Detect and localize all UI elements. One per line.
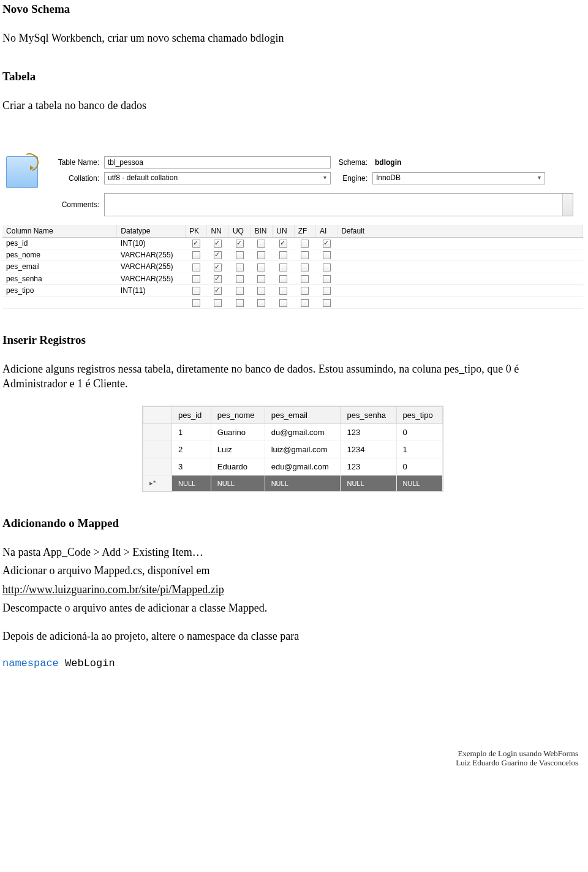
label-engine: Engine:: [336, 174, 368, 183]
cell-id[interactable]: 1: [172, 424, 211, 441]
checkbox[interactable]: [236, 263, 244, 271]
checkbox[interactable]: [192, 251, 200, 259]
cell-default[interactable]: [337, 261, 583, 273]
data-row[interactable]: 2Luizluiz@gmail.com12341: [143, 441, 443, 458]
code-namespace: namespace WebLogin: [2, 658, 583, 669]
checkbox[interactable]: [323, 299, 331, 307]
checkbox[interactable]: [236, 299, 244, 307]
cell-datatype[interactable]: VARCHAR(255): [117, 261, 186, 273]
cell-default[interactable]: [337, 284, 583, 296]
cell-nome[interactable]: Guarino: [211, 424, 265, 441]
cell-datatype[interactable]: VARCHAR(255): [117, 273, 186, 284]
checkbox[interactable]: [236, 240, 244, 248]
text-tabela-desc: Criar a tabela no banco de dados: [2, 98, 583, 113]
checkbox[interactable]: [257, 240, 265, 248]
checkbox[interactable]: [323, 287, 331, 295]
label-comments: Comments:: [49, 200, 99, 209]
checkbox[interactable]: [323, 263, 331, 271]
cell-tipo[interactable]: 0: [396, 458, 443, 476]
cell-colname[interactable]: pes_nome: [2, 249, 117, 260]
checkbox[interactable]: [279, 299, 287, 307]
heading-mapped: Adicionando o Mapped: [2, 517, 583, 530]
cell-datatype[interactable]: VARCHAR(255): [117, 249, 186, 260]
grid-gutter-header: [143, 407, 172, 424]
checkbox[interactable]: [257, 299, 265, 307]
checkbox[interactable]: [301, 240, 309, 248]
cell-tipo[interactable]: 0: [396, 424, 443, 441]
checkbox[interactable]: [301, 263, 309, 271]
col-header-name: Column Name: [2, 225, 117, 238]
checkbox[interactable]: [323, 251, 331, 259]
input-table-name[interactable]: [104, 156, 331, 169]
text-mapped-4: Depois de adicioná-la ao projeto, altere…: [2, 629, 583, 643]
data-row[interactable]: 3Eduardoedu@gmail.com1230: [143, 458, 443, 476]
checkbox[interactable]: [279, 287, 287, 295]
checkbox[interactable]: [236, 275, 244, 283]
checkbox[interactable]: [301, 275, 309, 283]
checkbox[interactable]: [214, 299, 222, 307]
checkbox[interactable]: [192, 275, 200, 283]
checkbox[interactable]: [279, 275, 287, 283]
checkbox[interactable]: [257, 251, 265, 259]
cell-email[interactable]: luiz@gmail.com: [265, 441, 341, 458]
col-header-ai: AI: [316, 225, 337, 238]
cell-nome[interactable]: Eduardo: [211, 458, 265, 476]
checkbox[interactable]: [323, 275, 331, 283]
cell-senha[interactable]: 123: [341, 424, 396, 441]
checkbox[interactable]: [257, 263, 265, 271]
checkbox[interactable]: [279, 263, 287, 271]
cell-id[interactable]: 2: [172, 441, 211, 458]
grid-header-tipo: pes_tipo: [396, 407, 443, 424]
data-row-null[interactable]: NULLNULLNULLNULLNULL: [143, 476, 443, 491]
checkbox[interactable]: [192, 287, 200, 295]
heading-inserir: Inserir Registros: [2, 333, 583, 347]
cell-tipo[interactable]: 1: [396, 441, 443, 458]
checkbox[interactable]: [214, 240, 222, 248]
checkbox[interactable]: [301, 287, 309, 295]
checkbox[interactable]: [192, 240, 200, 248]
cell-email[interactable]: du@gmail.com: [265, 424, 341, 441]
select-engine[interactable]: InnoDB: [372, 172, 545, 184]
col-header-nn: NN: [207, 225, 229, 238]
cell-senha[interactable]: 123: [341, 458, 396, 476]
column-row-empty[interactable]: [2, 297, 583, 308]
checkbox[interactable]: [323, 240, 331, 248]
checkbox[interactable]: [301, 299, 309, 307]
checkbox[interactable]: [279, 240, 287, 248]
cell-default[interactable]: [337, 273, 583, 284]
column-row: pes_idINT(10): [2, 237, 583, 249]
data-row[interactable]: 1Guarinodu@gmail.com1230: [143, 424, 443, 441]
cell-senha[interactable]: 1234: [341, 441, 396, 458]
checkbox[interactable]: [279, 251, 287, 259]
cell-colname[interactable]: pes_tipo: [2, 284, 117, 296]
checkbox[interactable]: [214, 263, 222, 271]
text-mapped-3: Descompacte o arquivo antes de adicionar…: [2, 601, 583, 615]
checkbox[interactable]: [214, 275, 222, 283]
cell-nome[interactable]: Luiz: [211, 441, 265, 458]
checkbox[interactable]: [301, 251, 309, 259]
col-header-un: UN: [273, 225, 295, 238]
column-row: pes_senhaVARCHAR(255): [2, 273, 583, 284]
cell-colname[interactable]: pes_senha: [2, 273, 117, 284]
checkbox[interactable]: [257, 287, 265, 295]
textarea-comments[interactable]: [104, 193, 573, 216]
cell-default[interactable]: [337, 249, 583, 260]
cell-colname[interactable]: pes_email: [2, 261, 117, 273]
cell-id[interactable]: 3: [172, 458, 211, 476]
checkbox[interactable]: [257, 275, 265, 283]
checkbox[interactable]: [214, 287, 222, 295]
column-row: pes_emailVARCHAR(255): [2, 261, 583, 273]
cell-default[interactable]: [337, 237, 583, 249]
checkbox[interactable]: [236, 251, 244, 259]
checkbox[interactable]: [236, 287, 244, 295]
select-collation[interactable]: utf8 - default collation: [104, 172, 331, 184]
link-mapped-zip[interactable]: http://www.luizguarino.com.br/site/pi/Ma…: [2, 583, 224, 596]
code-identifier: WebLogin: [59, 658, 115, 669]
checkbox[interactable]: [192, 299, 200, 307]
cell-datatype[interactable]: INT(10): [117, 237, 186, 249]
cell-email[interactable]: edu@gmail.com: [265, 458, 341, 476]
checkbox[interactable]: [214, 251, 222, 259]
cell-datatype[interactable]: INT(11): [117, 284, 186, 296]
checkbox[interactable]: [192, 263, 200, 271]
cell-colname[interactable]: pes_id: [2, 237, 117, 249]
